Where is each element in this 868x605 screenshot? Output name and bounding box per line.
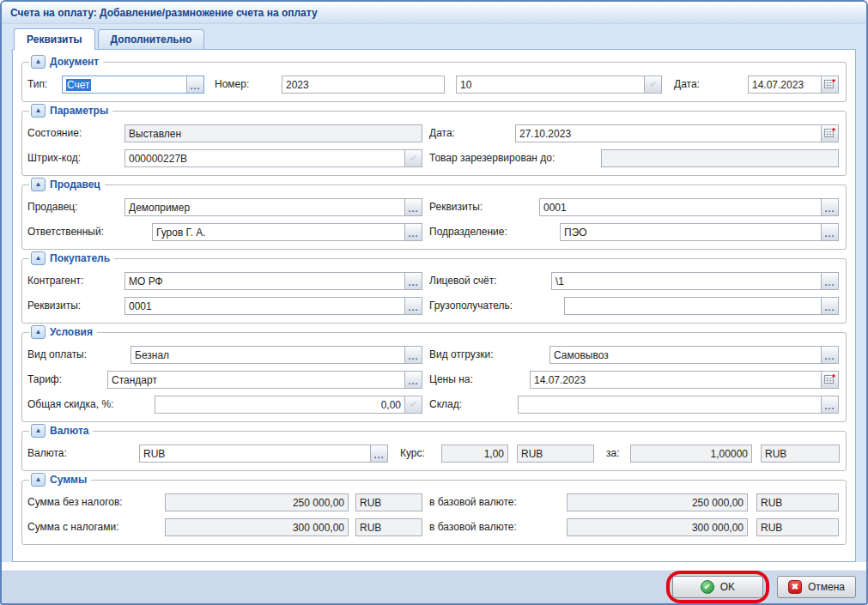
division-field[interactable]: ПЭО ... <box>560 223 839 241</box>
collapse-icon[interactable]: ▲ <box>31 251 46 265</box>
tab-rekvizity[interactable]: Реквизиты <box>14 28 95 50</box>
doc-type-field[interactable]: Счет ... <box>62 76 204 94</box>
consignee-lookup-button[interactable]: ... <box>821 298 838 314</box>
doc-type-lookup-button[interactable]: ... <box>186 76 203 93</box>
account-value: \1 <box>552 273 821 289</box>
shipment-type-lookup-button[interactable]: ... <box>821 347 838 363</box>
currency-lookup-button[interactable]: ... <box>370 445 387 462</box>
responsible-label: Ответственный: <box>27 226 152 238</box>
ok-button-label: OK <box>720 581 735 593</box>
group-params: ▲ Параметры Состояние: Выставлен Дата: 2… <box>21 111 847 176</box>
account-lookup-button[interactable]: ... <box>821 273 838 289</box>
doc-number2-field[interactable]: 10 ✔ <box>456 76 662 94</box>
warehouse-field[interactable]: ... <box>518 396 839 414</box>
consignee-field[interactable]: ... <box>564 297 839 315</box>
responsible-field[interactable]: Гуров Г. А. ... <box>152 223 422 241</box>
collapse-icon[interactable]: ▲ <box>31 325 46 339</box>
seller-lookup-button[interactable]: ... <box>404 199 422 215</box>
collapse-icon[interactable]: ▲ <box>31 424 46 438</box>
discount-label: Общая скидка, %: <box>27 398 155 410</box>
tariff-value: Стандарт <box>108 372 404 388</box>
buyer-requisites-value: 0001 <box>125 298 404 314</box>
ellipsis-icon: ... <box>824 305 835 310</box>
ok-check-icon: ✔ <box>701 580 714 594</box>
contragent-field[interactable]: МО РФ ... <box>124 272 422 290</box>
gross-sum-field: 300 000,00 <box>165 518 349 536</box>
group-buyer: ▲ Покупатель Контрагент: МО РФ ... Лицев… <box>21 258 847 324</box>
doc-date-value: 14.07.2023 <box>749 76 821 93</box>
collapse-icon[interactable]: ▲ <box>31 104 46 118</box>
shipment-type-value: Самовывоз <box>550 347 821 363</box>
reserved-value <box>602 150 838 166</box>
contragent-value: МО РФ <box>125 273 404 289</box>
ellipsis-icon: ... <box>373 452 384 457</box>
seller-requisites-field[interactable]: 0001 ... <box>539 198 839 216</box>
payment-type-field[interactable]: Безнал ... <box>131 346 422 364</box>
doc-number-field[interactable]: 2023 <box>282 76 445 94</box>
params-date-label: Дата: <box>429 127 515 139</box>
contragent-label: Контрагент: <box>27 275 124 287</box>
warehouse-value <box>519 396 821 413</box>
discount-field[interactable]: 0,00 ✔ <box>155 396 422 414</box>
net-base-value: 250 000,00 <box>568 494 747 511</box>
group-buyer-legend: Покупатель <box>50 252 110 264</box>
shipment-type-label: Вид отгрузки: <box>429 348 549 360</box>
state-value: Выставлен <box>125 125 422 142</box>
net-base-field: 250 000,00 <box>567 493 748 511</box>
warehouse-lookup-button[interactable]: ... <box>821 396 838 413</box>
cancel-x-icon: ✖ <box>788 580 802 594</box>
tab-dopolnitelno[interactable]: Дополнительно <box>98 29 205 49</box>
doc-number2-apply-button[interactable]: ✔ <box>644 76 661 93</box>
ellipsis-icon: ... <box>408 206 418 211</box>
cancel-button-label: Отмена <box>808 581 845 593</box>
account-field[interactable]: \1 ... <box>551 272 839 290</box>
per-field: 1,00000 <box>630 445 752 463</box>
responsible-lookup-button[interactable]: ... <box>404 224 422 240</box>
seller-field[interactable]: Демопример ... <box>124 198 422 216</box>
gross-base-currency-field: RUB <box>756 518 839 536</box>
ok-button[interactable]: ✔ OK <box>672 576 763 598</box>
tariff-lookup-button[interactable]: ... <box>404 372 422 388</box>
payment-type-lookup-button[interactable]: ... <box>404 347 422 363</box>
cancel-button[interactable]: ✖ Отмена <box>777 576 856 598</box>
collapse-icon[interactable]: ▲ <box>31 473 46 487</box>
discount-apply-button[interactable]: ✔ <box>404 396 422 413</box>
collapse-icon[interactable]: ▲ <box>31 178 46 191</box>
doc-number2-value: 10 <box>457 76 644 93</box>
ellipsis-icon: ... <box>408 354 418 359</box>
params-date-field[interactable]: 27.10.2023 <box>515 124 839 142</box>
doc-date-field[interactable]: 14.07.2023 <box>748 76 839 94</box>
division-value: ПЭО <box>561 224 821 240</box>
barcode-apply-button[interactable]: ✔ <box>404 150 422 166</box>
group-currency: ▲ Валюта Валюта: RUB ... Курс: 1,00 RUB … <box>21 431 847 471</box>
shipment-type-field[interactable]: Самовывоз ... <box>549 346 839 364</box>
net-base-label: в базовой валюте: <box>429 496 567 508</box>
division-lookup-button[interactable]: ... <box>821 224 838 240</box>
ellipsis-icon: ... <box>824 280 835 285</box>
rate-currency-value: RUB <box>518 445 593 462</box>
title-bar[interactable]: Счета на оплату: Добавление/размножение … <box>2 2 866 24</box>
buyer-requisites-field[interactable]: 0001 ... <box>124 297 422 315</box>
doc-number-label: Номер: <box>215 78 282 90</box>
net-base-currency: RUB <box>757 494 838 511</box>
collapse-icon[interactable]: ▲ <box>31 55 46 69</box>
barcode-field[interactable]: 000000227B ✔ <box>124 149 422 167</box>
consignee-value <box>565 298 821 314</box>
ellipsis-icon: ... <box>824 231 835 236</box>
currency-field[interactable]: RUB ... <box>139 445 388 463</box>
tariff-field[interactable]: Стандарт ... <box>107 371 422 389</box>
account-label: Лицевой счёт: <box>429 275 551 287</box>
group-document-legend: Документ <box>50 56 99 68</box>
prices-date-field[interactable]: 14.07.2023 <box>530 371 839 389</box>
gross-base-label: в базовой валюте: <box>429 521 567 533</box>
prices-date-calendar-button[interactable] <box>821 372 838 388</box>
reserved-label: Товар зарезервирован до: <box>429 152 601 164</box>
discount-value: 0,00 <box>155 396 404 413</box>
seller-requisites-lookup-button[interactable]: ... <box>821 199 838 215</box>
doc-date-calendar-button[interactable] <box>821 76 838 93</box>
contragent-lookup-button[interactable]: ... <box>404 273 422 289</box>
check-icon: ✔ <box>649 79 657 90</box>
params-date-calendar-button[interactable] <box>821 125 838 142</box>
buyer-requisites-lookup-button[interactable]: ... <box>404 298 422 314</box>
seller-requisites-value: 0001 <box>540 199 821 215</box>
